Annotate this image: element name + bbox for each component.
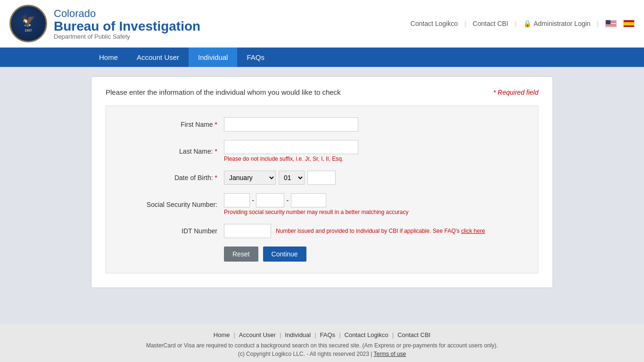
nav-individual[interactable]: Individual (189, 48, 237, 67)
form-intro-text: Please enter the information of the indi… (106, 88, 341, 96)
footer-contact-logikco[interactable]: Contact Logikco (345, 331, 388, 338)
form-inner: First Name * Last Name: * (106, 106, 538, 273)
idt-label: IDT Number (120, 227, 224, 235)
footer-contact-cbi[interactable]: Contact CBI (397, 331, 430, 338)
idt-group: Number issued and provided to individual… (224, 224, 524, 238)
logo-seal: 🦅 1967 (9, 5, 47, 42)
last-name-input[interactable] (224, 140, 358, 154)
flag-es-icon[interactable] (623, 20, 635, 27)
flag-us-icon[interactable] (605, 20, 617, 27)
nav-home[interactable]: Home (90, 48, 127, 67)
content-box: Please enter the information of the indi… (91, 76, 553, 288)
dob-label: Date of Birth: * (120, 174, 224, 181)
header-right: Contact Logikco | Contact CBI | 🔒 Admini… (411, 20, 635, 27)
header-contact-logikco[interactable]: Contact Logikco (411, 20, 458, 27)
idt-field: Number issued and provided to individual… (224, 224, 524, 238)
content-area: Please enter the information of the indi… (0, 67, 644, 324)
footer-faqs[interactable]: FAQs (320, 331, 336, 338)
continue-button[interactable]: Continue (263, 247, 306, 262)
first-name-label: First Name * (120, 121, 224, 128)
footer-home[interactable]: Home (214, 331, 230, 338)
footer-copy: MasterCard or Visa are required to condu… (9, 342, 635, 349)
ssn-input-2[interactable] (256, 193, 284, 207)
first-name-row: First Name * (120, 117, 524, 132)
dob-group: January February March April May June Ju… (224, 171, 524, 185)
admin-login-link[interactable]: 🔒 Administrator Login (523, 20, 591, 27)
page-container: 🦅 1967 Colorado Bureau of Investigation … (0, 0, 644, 362)
logo-text: Colorado Bureau of Investigation Departm… (54, 8, 200, 40)
header-left: 🦅 1967 Colorado Bureau of Investigation … (9, 5, 200, 42)
org-subtitle: Department of Public Safety (54, 33, 200, 40)
org-name-top: Colorado (54, 8, 200, 20)
nav-bar: Home Account User Individual FAQs (0, 48, 644, 67)
footer: Home | Account User | Individual | FAQs … (0, 324, 644, 362)
footer-account-user[interactable]: Account User (239, 331, 276, 338)
footer-individual[interactable]: Individual (285, 331, 311, 338)
ssn-input-3[interactable] (291, 193, 326, 207)
dob-row: Date of Birth: * January February March … (120, 171, 524, 185)
nav-faqs[interactable]: FAQs (237, 48, 274, 67)
nav-account-user[interactable]: Account User (127, 48, 189, 67)
ssn-row: Social Security Number: - - Providing so… (120, 193, 524, 215)
form-header: Please enter the information of the indi… (106, 88, 538, 96)
required-note: * Required field (493, 89, 538, 96)
content-inner: Please enter the information of the indi… (91, 76, 553, 288)
button-row: Reset Continue (120, 247, 524, 262)
idt-row: IDT Number Number issued and provided to… (120, 224, 524, 238)
footer-terms-link[interactable]: Terms of use (374, 351, 406, 357)
last-name-field: Please do not include suffix, i.e. Jr, S… (224, 140, 524, 162)
first-name-input[interactable] (224, 117, 358, 132)
ssn-dash-1: - (252, 196, 254, 205)
lock-icon: 🔒 (523, 20, 531, 27)
header-contact-cbi[interactable]: Contact CBI (473, 20, 508, 27)
ssn-input-1[interactable] (224, 193, 250, 207)
last-name-hint: Please do not include suffix, i.e. Jr, S… (224, 156, 524, 162)
admin-login-label: Administrator Login (534, 20, 591, 27)
reset-button[interactable]: Reset (224, 247, 258, 262)
footer-copyright: (c) Copyright Logikco LLC. - All rights … (238, 351, 369, 357)
idt-input[interactable] (224, 224, 271, 238)
ssn-label: Social Security Number: (120, 201, 224, 208)
idt-click-here-link[interactable]: click here (461, 228, 485, 234)
header: 🦅 1967 Colorado Bureau of Investigation … (0, 0, 644, 48)
footer-terms: (c) Copyright Logikco LLC. - All rights … (9, 351, 635, 357)
first-name-field (224, 117, 524, 132)
ssn-dash-2: - (286, 196, 289, 205)
ssn-group: - - (224, 193, 524, 207)
dob-month-select[interactable]: January February March April May June Ju… (224, 171, 276, 185)
last-name-row: Last Name: * Please do not include suffi… (120, 140, 524, 162)
org-name-main: Bureau of Investigation (54, 20, 200, 33)
last-name-label: Last Name: * (120, 148, 224, 155)
footer-links: Home | Account User | Individual | FAQs … (9, 331, 635, 338)
idt-hint: Number issued and provided to individual… (276, 228, 485, 234)
dob-year-input[interactable] (307, 171, 336, 185)
ssn-field: - - Providing social security number may… (224, 193, 524, 215)
dob-day-select[interactable]: 0102030405 0607080910 1112131415 1617181… (279, 171, 305, 185)
dob-field: January February March April May June Ju… (224, 171, 524, 185)
ssn-hint: Providing social security number may res… (224, 209, 524, 215)
